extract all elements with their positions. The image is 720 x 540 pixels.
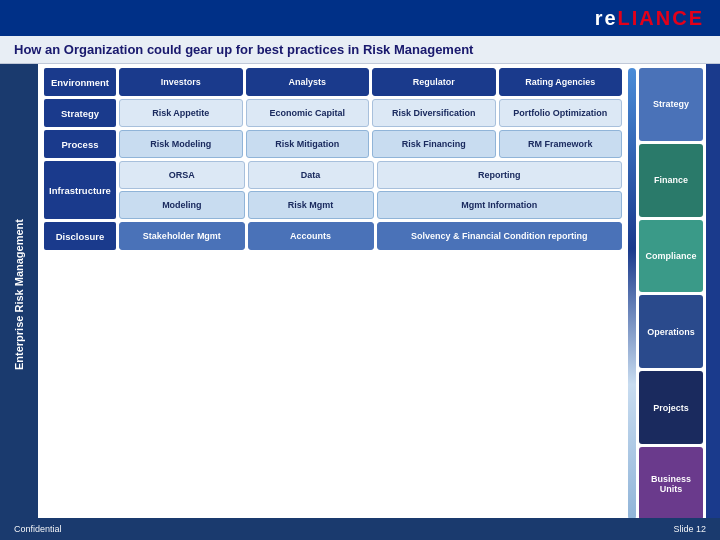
cell-stakeholder-mgmt: Stakeholder Mgmt xyxy=(119,222,245,250)
row-infrastructure: Infrastructure ORSA Data Reporting Model… xyxy=(44,161,622,219)
footer-confidential: Confidential xyxy=(14,524,62,534)
cell-analysts: Analysts xyxy=(246,68,370,96)
row-label-strategy: Strategy xyxy=(44,99,116,127)
row-disclosure: Disclosure Stakeholder Mgmt Accounts Sol… xyxy=(44,222,622,250)
right-item-projects: Projects xyxy=(639,371,703,444)
cell-rm-framework: RM Framework xyxy=(499,130,623,158)
cell-risk-diversification: Risk Diversification xyxy=(372,99,496,127)
right-item-finance: Finance xyxy=(639,144,703,217)
cell-risk-mgmt: Risk Mgmt xyxy=(248,191,374,219)
right-edge-bar xyxy=(706,64,720,524)
row-strategy: Strategy Risk Appetite Economic Capital … xyxy=(44,99,622,127)
row-environment: Environment Investors Analysts Regulator… xyxy=(44,68,622,96)
right-item-strategy: Strategy xyxy=(639,68,703,141)
logo-re: re xyxy=(595,7,618,29)
row-label-process: Process xyxy=(44,130,116,158)
sidebar-label-text: Enterprise Risk Management xyxy=(13,219,25,370)
cell-risk-mitigation: Risk Mitigation xyxy=(246,130,370,158)
cell-regulator: Regulator xyxy=(372,68,496,96)
row-process: Process Risk Modeling Risk Mitigation Ri… xyxy=(44,130,622,158)
cell-portfolio-optimization: Portfolio Optimization xyxy=(499,99,623,127)
cell-orsa: ORSA xyxy=(119,161,245,189)
page-title: How an Organization could gear up for be… xyxy=(0,36,720,64)
cell-accounts: Accounts xyxy=(248,222,374,250)
header: reLIANCE xyxy=(0,0,720,36)
sidebar-label: Enterprise Risk Management xyxy=(0,64,38,524)
row-label-environment: Environment xyxy=(44,68,116,96)
cell-risk-modeling: Risk Modeling xyxy=(119,130,243,158)
right-sidebar: Strategy Finance Compliance Operations P… xyxy=(636,64,706,524)
right-item-operations: Operations xyxy=(639,295,703,368)
cell-investors: Investors xyxy=(119,68,243,96)
cell-rating-agencies: Rating Agencies xyxy=(499,68,623,96)
cell-solvency: Solvency & Financial Condition reporting xyxy=(377,222,623,250)
cell-economic-capital: Economic Capital xyxy=(246,99,370,127)
row-label-disclosure: Disclosure xyxy=(44,222,116,250)
cell-reporting: Reporting xyxy=(377,161,623,189)
row-label-infrastructure: Infrastructure xyxy=(44,161,116,219)
cell-data: Data xyxy=(248,161,374,189)
cell-modeling: Modeling xyxy=(119,191,245,219)
cell-risk-financing: Risk Financing xyxy=(372,130,496,158)
right-item-compliance: Compliance xyxy=(639,220,703,293)
logo: reLIANCE xyxy=(595,7,704,30)
right-item-business-units: Business Units xyxy=(639,447,703,520)
footer: Confidential Slide 12 xyxy=(0,518,720,540)
table-area: Environment Investors Analysts Regulator… xyxy=(38,64,628,524)
cell-mgmt-information: Mgmt Information xyxy=(377,191,623,219)
cell-risk-appetite: Risk Appetite xyxy=(119,99,243,127)
vert-bar xyxy=(628,68,636,520)
footer-slide: Slide 12 xyxy=(673,524,706,534)
logo-liance: LIANCE xyxy=(618,7,704,29)
